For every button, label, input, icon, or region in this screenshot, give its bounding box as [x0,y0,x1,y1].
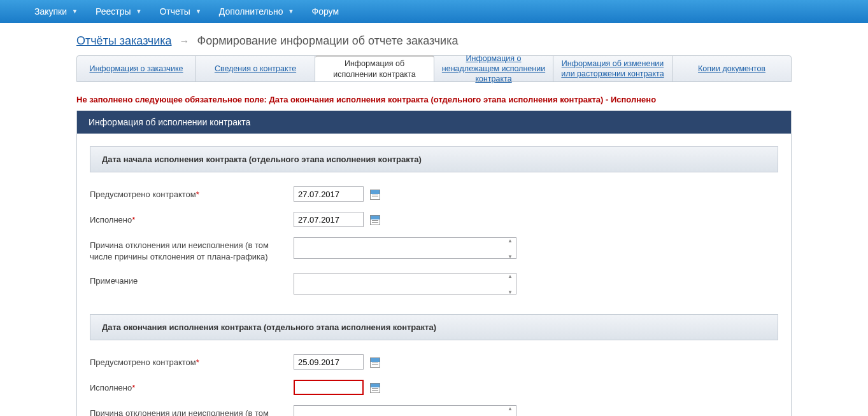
tab-info-zakazchik[interactable]: Информация о заказчике [77,56,196,81]
tab-svedeniya-kontrakt[interactable]: Сведения о контракте [196,56,315,81]
label-b1-predusm: Предусмотрено контрактом* [90,186,294,200]
chevron-down-icon: ▼ [72,8,78,15]
section-header: Информация об исполнении контракта [77,111,791,134]
row-b1-prich: Причина отклонения или неисполнения (в т… [77,232,791,268]
row-b2-predusm: Предусмотрено контрактом* [77,349,791,375]
chevron-down-icon: ▼ [196,8,201,15]
textarea-b2-prich[interactable] [294,405,516,416]
nav-otchety[interactable]: Отчеты▼ [150,0,210,23]
breadcrumb-root-link[interactable]: Отчёты заказчика [76,34,172,48]
breadcrumb: Отчёты заказчика → Формирование информац… [0,23,868,55]
label-b2-prich: Причина отклонения или неисполнения (в т… [90,405,294,416]
calendar-icon[interactable] [370,383,380,393]
scroll-arrows: ▲▼ [505,274,515,295]
row-b1-ispoln: Исполнено* [77,207,791,232]
nav-dopolnitelno[interactable]: Дополнительно▼ [210,0,303,23]
nav-forum[interactable]: Форум [302,0,348,23]
tab-info-ispolnenie[interactable]: Информация об исполнении контракта [315,55,434,81]
nav-reestry[interactable]: Реестры▼ [87,0,150,23]
tabs: Информация о заказчике Сведения о контра… [76,55,792,82]
row-b1-predusm: Предусмотрено контрактом* [77,181,791,207]
chevron-down-icon: ▼ [288,8,294,15]
scroll-arrows: ▲▼ [505,406,515,416]
input-b1-predusm[interactable] [294,186,364,202]
tab-kopii-dokumentov[interactable]: Копии документов [672,56,791,81]
arrow-right-icon: → [180,36,190,47]
textarea-b1-prich[interactable] [294,237,516,259]
label-b2-ispoln: Исполнено* [90,380,294,394]
label-b1-prich: Причина отклонения или неисполнения (в т… [90,237,294,263]
label-b2-predusm: Предусмотрено контрактом* [90,354,294,368]
calendar-icon[interactable] [370,190,380,200]
validation-error: Не заполнено следующее обязательное поле… [76,82,792,111]
calendar-icon[interactable] [370,357,380,368]
chevron-down-icon: ▼ [136,8,142,15]
input-b1-ispoln[interactable] [294,212,364,227]
scroll-arrows: ▲▼ [505,239,515,260]
row-b2-prich: Причина отклонения или неисполнения (в т… [77,400,791,416]
input-b2-ispoln[interactable] [294,380,364,395]
textarea-b1-prim[interactable] [294,273,516,295]
calendar-icon[interactable] [370,215,380,225]
content-panel: Информация об исполнении контракта Дата … [76,111,792,416]
top-nav: Закупки▼ Реестры▼ Отчеты▼ Дополнительно▼… [0,0,868,23]
input-b2-predusm[interactable] [294,354,364,370]
block1-header: Дата начала исполнения контракта (отдель… [90,146,778,172]
breadcrumb-current: Формирование информации об отчете заказч… [197,34,459,48]
row-b2-ispoln: Исполнено* [77,375,791,400]
tab-info-nenadlezh[interactable]: Информация о ненадлежащем исполнении кон… [434,56,553,81]
label-b1-prim: Примечание [90,273,294,287]
row-b1-prim: Примечание ▲▼ [77,268,791,302]
tab-info-izmenenie[interactable]: Информация об изменении или расторжении … [553,56,672,81]
block2-header: Дата окончания исполнения контракта (отд… [90,314,778,340]
label-b1-ispoln: Исполнено* [90,212,294,226]
nav-zakupki[interactable]: Закупки▼ [25,0,87,23]
